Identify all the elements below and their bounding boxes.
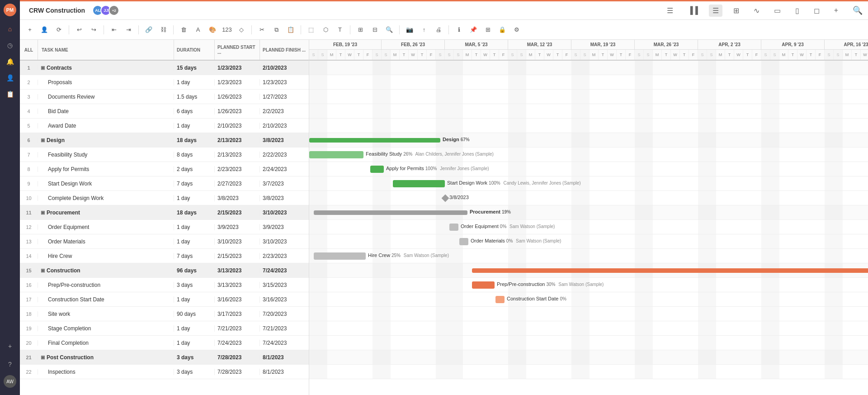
gantt-row[interactable]: Prep/Pre-construction 30% Sam Watson (Sa… [309, 278, 868, 292]
task-row[interactable]: 21▣ Post Construction3 days7/28/20238/1/… [20, 350, 309, 365]
gantt-row[interactable]: Order Materials 0% Sam Watson (Sample) [309, 234, 868, 249]
gantt-bar[interactable] [314, 210, 467, 215]
view-split-icon[interactable]: ◻ [810, 5, 823, 17]
gantt-bar[interactable] [314, 252, 366, 260]
gantt-bar[interactable] [472, 281, 495, 289]
indent-left-button[interactable]: ⇤ [108, 24, 120, 36]
sidebar-item-home[interactable]: ⌂ [3, 22, 17, 36]
task-row[interactable]: 2Proposals1 day1/23/20231/23/2023 [20, 75, 309, 90]
filter-button[interactable]: ⊞ [481, 24, 494, 36]
gantt-row[interactable] [309, 104, 868, 119]
gantt-bar[interactable] [309, 151, 363, 158]
task-name[interactable]: ▣ Design [38, 137, 174, 143]
sidebar-item-projects[interactable]: 📋 [3, 87, 17, 101]
task-row[interactable]: 6▣ Design18 days2/13/20233/8/2023 [20, 133, 309, 148]
gantt-row[interactable]: Start Design Work 100% Candy Lewis, Jenn… [309, 176, 868, 191]
add-task-button[interactable]: + [24, 24, 36, 36]
gantt-row[interactable]: Apply for Permits 100% Jennifer Jones (S… [309, 162, 868, 176]
task-row[interactable]: 9Start Design Work7 days2/27/20233/7/202… [20, 176, 309, 191]
redo-button[interactable]: ↪ [87, 24, 100, 36]
task-name[interactable]: ▣ Procurement [38, 209, 174, 216]
gantt-row[interactable] [309, 350, 868, 365]
view-calendar-icon[interactable]: ▭ [770, 5, 784, 17]
gantt-row[interactable] [309, 75, 868, 90]
snapshot-button[interactable]: 📷 [403, 24, 416, 36]
view-doc-icon[interactable]: ▯ [792, 5, 803, 17]
zoom-button[interactable]: 🔍 [383, 24, 396, 36]
add-person-button[interactable]: 👤 [38, 24, 51, 36]
group-collapse-icon[interactable]: ▣ [41, 138, 45, 143]
table-cols-button[interactable]: ⊞ [354, 24, 367, 36]
search-icon[interactable]: 🔍 [853, 6, 863, 15]
settings-button[interactable]: ⚙ [510, 24, 523, 36]
gantt-row[interactable]: Construction Start Date 0% [309, 292, 868, 307]
task-row[interactable]: 8Apply for Permits2 days2/23/20232/24/20… [20, 162, 309, 176]
group-collapse-icon[interactable]: ▣ [41, 210, 45, 215]
milestone-button[interactable]: ⬡ [319, 24, 332, 36]
task-row[interactable]: 16Prep/Pre-construction3 days3/13/20233/… [20, 278, 309, 292]
task-name[interactable]: Construction Start Date [38, 296, 174, 303]
diamond-button[interactable]: ◇ [235, 24, 248, 36]
gantt-row[interactable] [309, 336, 868, 350]
gantt-row[interactable] [309, 119, 868, 133]
cut-button[interactable]: ✂ [255, 24, 268, 36]
task-name[interactable]: Bid Date [38, 108, 174, 114]
gantt-bar[interactable] [449, 224, 458, 231]
link-button[interactable]: ⟳ [52, 24, 65, 36]
task-name[interactable]: Order Materials [38, 238, 174, 245]
lock-button[interactable]: 🔒 [496, 24, 509, 36]
task-row[interactable]: 20Final Completion1 day7/24/20237/24/202… [20, 336, 309, 350]
sidebar-item-users[interactable]: 👤 [3, 71, 17, 85]
link-task-button[interactable]: 🔗 [142, 24, 155, 36]
gantt-row[interactable] [309, 90, 868, 104]
number-button[interactable]: 123 [221, 24, 233, 36]
gantt-bar[interactable] [393, 180, 445, 187]
gantt-bar[interactable] [495, 296, 505, 303]
gantt-row[interactable]: Hire Crew 25% Sam Watson (Sample) [309, 249, 868, 263]
task-name[interactable]: Award Date [38, 123, 174, 129]
print-button[interactable]: 🖨 [432, 24, 445, 36]
gantt-row[interactable]: Order Equipment 0% Sam Watson (Sample) [309, 220, 868, 234]
gantt-bars-scroll[interactable]: Design 67%Feasibility Study 26% Alan Chi… [309, 61, 868, 379]
table-rows-button[interactable]: ⊟ [368, 24, 381, 36]
task-name[interactable]: Feasibility Study [38, 152, 174, 158]
task-name[interactable]: Prep/Pre-construction [38, 282, 174, 288]
task-name[interactable]: Proposals [38, 79, 174, 86]
task-name[interactable]: Stage Completion [38, 325, 174, 332]
project-title[interactable]: CRW Construction [25, 5, 89, 16]
undo-button[interactable]: ↩ [73, 24, 85, 36]
task-row[interactable]: 7Feasibility Study8 days2/13/20232/22/20… [20, 148, 309, 162]
task-name[interactable]: ▣ Post Construction [38, 354, 174, 361]
task-name[interactable]: Start Design Work [38, 181, 174, 187]
gantt-row[interactable] [309, 61, 868, 75]
task-row[interactable]: 18Site work90 days3/17/20237/20/2023 [20, 307, 309, 321]
gantt-milestone-diamond[interactable] [442, 195, 449, 202]
task-row[interactable]: 12Order Equipment1 day3/9/20233/9/2023 [20, 220, 309, 234]
delete-button[interactable]: 🗑 [177, 24, 190, 36]
gantt-bar[interactable] [309, 138, 440, 143]
task-name[interactable]: Hire Crew [38, 253, 174, 259]
copy-button[interactable]: ⧉ [270, 24, 283, 36]
task-row[interactable]: 3Documents Review1.5 days1/26/20231/27/2… [20, 90, 309, 104]
export-button[interactable]: ↑ [418, 24, 430, 36]
baseline-button[interactable]: ⬚ [305, 24, 317, 36]
info-button[interactable]: ℹ [453, 24, 465, 36]
text-button[interactable]: T [334, 24, 346, 36]
view-bar-icon[interactable]: ▐▐ [684, 5, 702, 16]
sidebar-item-help[interactable]: ? [3, 357, 17, 371]
gantt-bar[interactable] [472, 268, 868, 273]
gantt-bar[interactable] [370, 166, 384, 173]
task-row[interactable]: 11▣ Procurement18 days2/15/20233/10/2023 [20, 205, 309, 220]
view-list-icon[interactable]: ☰ [663, 5, 677, 17]
unlink-task-button[interactable]: ⛓ [157, 24, 170, 36]
sidebar-item-notifications[interactable]: 🔔 [3, 54, 17, 69]
user-avatar[interactable]: AW [4, 375, 16, 388]
task-row[interactable]: 13Order Materials1 day3/10/20233/10/2023 [20, 234, 309, 249]
sidebar-item-clock[interactable]: ◷ [3, 38, 17, 52]
gantt-row[interactable] [309, 365, 868, 379]
task-row[interactable]: 1▣ Contracts15 days1/23/20232/10/2023 [20, 61, 309, 75]
gantt-row[interactable] [309, 307, 868, 321]
group-collapse-icon[interactable]: ▣ [41, 65, 45, 70]
task-name[interactable]: Inspections [38, 369, 174, 375]
task-name[interactable]: Order Equipment [38, 224, 174, 230]
